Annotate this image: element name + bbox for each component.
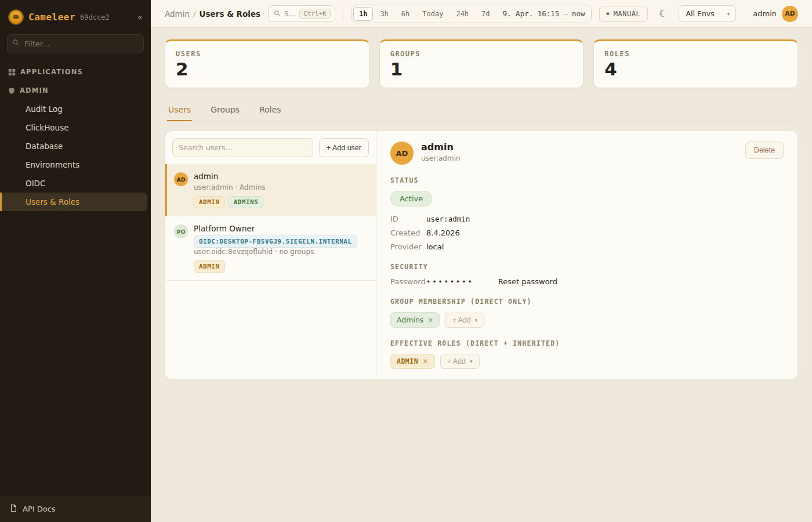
user-avatar[interactable]: AD — [782, 6, 798, 22]
role-badge: ADMIN — [194, 196, 225, 208]
user-name: Platform Owner — [194, 224, 357, 233]
time-range-today[interactable]: Today — [416, 7, 449, 21]
env-select[interactable]: All Envs ▾ — [679, 5, 737, 22]
sidebar-item-audit-log[interactable]: Audit Log — [0, 100, 147, 118]
oidc-badge-row: OIDC:DESKTOP-FB5VGJ9.SIEGELN.INTERNAL — [194, 237, 357, 245]
time-range-24h[interactable]: 24h — [450, 7, 474, 21]
add-group-button[interactable]: + Add ▾ — [445, 313, 484, 328]
stat-label: ROLES — [604, 50, 787, 58]
manual-dot-icon: ● — [607, 11, 610, 16]
remove-icon[interactable]: × — [427, 316, 433, 324]
moon-icon: ☾ — [659, 9, 667, 19]
user-list-toolbar: + Add user — [165, 131, 376, 164]
status-badge: Active — [390, 191, 432, 206]
sidebar-header: Cameleer 69dcce2 « — [0, 0, 151, 33]
sidebar-section-applications[interactable]: APPLICATIONS — [0, 63, 151, 81]
search-icon — [274, 10, 280, 18]
sidebar-item-environments[interactable]: Environments — [0, 155, 147, 174]
security-heading: SECURITY — [390, 263, 784, 271]
field-value: 8.4.2026 — [426, 229, 460, 237]
stat-value: 4 — [604, 60, 787, 78]
add-role-button[interactable]: + Add ▾ — [440, 354, 480, 369]
sidebar-section-admin[interactable]: ADMIN — [0, 81, 151, 100]
stat-card-roles: ROLES 4 — [593, 39, 798, 88]
time-separator: — — [563, 9, 568, 18]
section-label: ADMIN — [20, 86, 49, 95]
dark-mode-toggle[interactable]: ☾ — [655, 6, 670, 21]
time-from: 9. Apr. 16:15 — [503, 9, 560, 18]
add-user-button[interactable]: + Add user — [319, 138, 369, 157]
refresh-mode-label: MANUAL — [614, 10, 640, 18]
avatar: AD — [174, 172, 188, 186]
sidebar: Cameleer 69dcce2 « APPLICATIONS ADMIN Au… — [0, 0, 151, 522]
breadcrumb-parent[interactable]: Admin — [165, 9, 190, 19]
global-search[interactable]: S... Ctrl+K — [268, 5, 335, 22]
tab-users[interactable]: Users — [167, 100, 192, 121]
avatar: AD — [390, 142, 414, 165]
role-chip-label: ADMIN — [397, 357, 418, 365]
field-id: ID user:admin — [390, 215, 784, 223]
time-range-6h[interactable]: 6h — [396, 7, 415, 21]
brand-name: Cameleer — [28, 12, 75, 23]
user-search-input[interactable] — [172, 138, 313, 157]
global-search-text: S... — [284, 10, 295, 18]
field-created: Created 8.4.2026 — [390, 229, 784, 237]
sidebar-filter-input[interactable] — [7, 34, 144, 53]
search-shortcut: Ctrl+K — [299, 9, 331, 19]
field-key: Created — [390, 229, 426, 237]
instance-id: 69dcce2 — [80, 13, 110, 21]
applications-grid-icon — [8, 68, 16, 76]
tab-groups[interactable]: Groups — [209, 100, 241, 121]
group-chip-admins: Admins × — [390, 312, 440, 328]
users-panel: + Add user AD admin user:admin · Admins … — [165, 130, 798, 380]
refresh-mode-button[interactable]: ● MANUAL — [599, 6, 648, 22]
role-chip-admin: ADMIN × — [390, 354, 435, 369]
time-range-3h[interactable]: 3h — [374, 7, 394, 21]
main-content: USERS 2 GROUPS 1 ROLES 4 Users Groups Ro… — [151, 28, 812, 392]
search-icon — [12, 39, 19, 48]
role-badge: ADMIN — [194, 260, 225, 273]
field-value: local — [426, 242, 444, 251]
admin-shield-icon — [8, 87, 15, 95]
field-provider: Provider local — [390, 242, 784, 251]
tab-roles[interactable]: Roles — [258, 100, 282, 121]
user-badges: ADMIN — [194, 260, 357, 273]
time-to: now — [572, 9, 585, 18]
breadcrumb: Admin / Users & Roles — [165, 9, 260, 19]
breadcrumb-separator: / — [193, 9, 196, 19]
password-mask: •••••••• — [426, 278, 474, 286]
stat-card-users: USERS 2 — [165, 39, 369, 88]
user-meta: user:oidc:8evzqofluhld · no groups — [194, 248, 357, 256]
api-docs-link[interactable]: API Docs — [0, 496, 151, 522]
user-list-item-platform-owner[interactable]: PO Platform Owner OIDC:DESKTOP-FB5VGJ9.S… — [165, 216, 376, 281]
add-role-label: + Add — [447, 357, 466, 365]
sidebar-collapse-icon[interactable]: « — [137, 12, 143, 23]
reset-password-link[interactable]: Reset password — [498, 277, 557, 286]
oidc-badge: OIDC:DESKTOP-FB5VGJ9.SIEGELN.INTERNAL — [194, 235, 357, 248]
time-range-1h[interactable]: 1h — [353, 7, 373, 21]
remove-icon[interactable]: × — [422, 357, 429, 365]
role-chips: ADMIN × + Add ▾ — [390, 354, 784, 369]
delete-user-button[interactable]: Delete — [745, 142, 784, 159]
group-chip-label: Admins — [397, 316, 423, 324]
group-membership-heading: GROUP MEMBERSHIP (DIRECT ONLY) — [390, 298, 784, 306]
sidebar-item-database[interactable]: Database — [0, 137, 147, 155]
add-group-label: + Add — [452, 316, 470, 324]
time-range-group: 1h 3h 6h Today 24h 7d 9. Apr. 16:15 — no… — [351, 5, 592, 23]
topbar-divider — [343, 7, 343, 21]
user-list-item-admin[interactable]: AD admin user:admin · Admins ADMIN ADMIN… — [165, 164, 376, 216]
sidebar-item-users-roles[interactable]: Users & Roles — [0, 193, 147, 211]
topbar: Admin / Users & Roles S... Ctrl+K 1h 3h … — [151, 0, 812, 28]
chevron-down-icon: ▾ — [470, 358, 473, 364]
env-select-value: All Envs — [686, 9, 715, 18]
sidebar-item-clickhouse[interactable]: ClickHouse — [0, 118, 147, 137]
sidebar-item-oidc[interactable]: OIDC — [0, 174, 147, 193]
field-key: ID — [390, 215, 426, 223]
group-chips: Admins × + Add ▾ — [390, 312, 784, 328]
user-name: admin — [194, 172, 266, 181]
tab-bar: Users Groups Roles — [165, 100, 798, 121]
time-range-7d[interactable]: 7d — [476, 7, 495, 21]
field-key: Provider — [390, 242, 426, 251]
time-display[interactable]: 9. Apr. 16:15 — now — [503, 9, 585, 18]
topbar-user: admin AD — [753, 6, 798, 22]
